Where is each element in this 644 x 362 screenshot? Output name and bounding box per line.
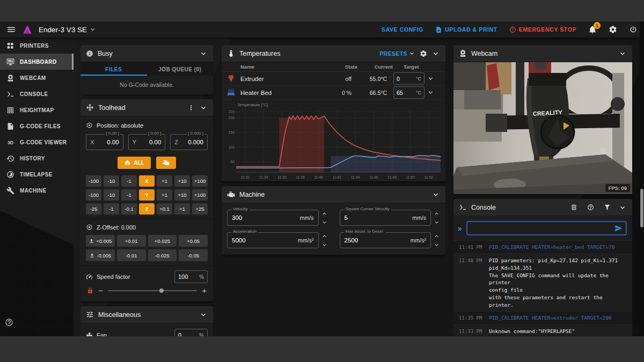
emergency-stop-button[interactable]: EMERGENCY STOP [509,26,576,33]
console-log[interactable]: 11:41 PMPID_CALIBRATE HEATER=heater_bed … [453,240,632,336]
tab-files[interactable]: FILES [80,62,147,76]
home-y-button[interactable]: Y [139,189,155,201]
y-position-field[interactable]: [ 0.00 ]Y0.00 [128,134,166,150]
home-x-button[interactable]: X [139,175,155,187]
jog-z--0.1[interactable]: -0.1 [121,203,137,215]
home-z-button[interactable]: Z [139,203,155,215]
sidebar-item-heightmap[interactable]: HEIGHTMAP [0,102,74,118]
console-help-button[interactable] [587,204,594,211]
sidebar-item-timelapse[interactable]: TIMELAPSE [0,166,74,182]
jog-x-+1[interactable]: +1 [157,175,172,187]
collapse-toolhead-button[interactable] [199,104,208,112]
collapse-webcam-button[interactable] [618,49,627,58]
sidebar-item-webcam[interactable]: WEBCAM [0,70,74,86]
z-offset-up-0.05[interactable]: +0.05 [179,235,208,247]
speed-factor-field[interactable]: 100% [174,270,208,283]
extruder-target-field[interactable]: 0°C [393,72,425,85]
increment-button[interactable] [321,210,328,217]
sidebar-item-printers[interactable]: PRINTERS [0,38,74,54]
jog-x--10[interactable]: -10 [104,175,119,187]
page-scrollbar[interactable] [640,21,644,336]
jog-z-+0.1[interactable]: +0.1 [157,203,172,215]
jog-x--100[interactable]: -100 [86,175,101,187]
jog-z--25[interactable]: -25 [86,203,101,215]
increment-button[interactable] [433,233,440,240]
hamburger-menu-icon[interactable] [6,25,16,34]
z-offset-up-0.025[interactable]: +0.025 [148,235,177,247]
decrement-button[interactable] [433,219,440,226]
motors-off-button[interactable] [156,157,176,169]
fan-speed-field[interactable]: 0% [174,329,208,336]
clear-console-button[interactable] [570,204,577,211]
sidebar-item-machine[interactable]: MACHINE [0,182,74,198]
collapse-busy-button[interactable] [199,49,208,58]
sidebar-item-dashboard[interactable]: DASHBOARD [0,54,74,70]
jog-y--1[interactable]: -1 [121,189,137,201]
panel-title-miscellaneous: Miscellaneous [98,311,141,319]
toolhead-menu-button[interactable] [187,104,195,112]
sidebar-item-history[interactable]: HISTORY [0,150,74,166]
z-offset-down-0.025[interactable]: -0.025 [148,249,177,261]
collapse-console-button[interactable] [618,203,627,212]
presets-dropdown[interactable]: PRESETS [379,50,415,57]
increment-button[interactable] [433,210,440,217]
z-offset-down-0.005[interactable]: -0.005 [86,249,115,261]
z-offset-down-0.01[interactable]: -0.01 [117,249,146,261]
save-config-button[interactable]: SAVE CONFIG [382,26,423,33]
tab-job-queue[interactable]: JOB QUEUE (0) [147,62,214,76]
jog-y-+100[interactable]: +100 [192,189,208,201]
jog-z-+25[interactable]: +25 [192,203,208,215]
help-button[interactable] [5,318,13,327]
send-icon[interactable] [614,224,623,232]
max-accel-to-decel-input[interactable]: Max Accel. to Decel.2500mm/s² [340,232,431,248]
heater-bed-target-dropdown[interactable] [427,88,435,97]
heater-bed-target-field[interactable]: 65°C [393,86,425,99]
sidebar-item-gcode-files[interactable]: G-CODE FILES [0,118,74,134]
square-corner-velocity-input[interactable]: Square Corner Velocity5mm/s [340,210,431,226]
panel-title-busy: Busy [98,50,113,57]
upload-print-button[interactable]: UPLOAD & PRINT [435,26,497,33]
speed-slider-track[interactable] [108,290,197,291]
notifications-button[interactable]: 1 [588,25,597,34]
velocity-input[interactable]: Velocity300mm/s [227,210,319,226]
increment-button[interactable] [321,233,328,240]
temperature-chart[interactable]: 11:3211:3411:3611:3811:4011:4211:4411:46… [222,101,445,181]
z-offset-down-0.05[interactable]: -0.05 [179,249,208,261]
jog-y-+1[interactable]: +1 [157,189,172,201]
collapse-machine-button[interactable] [431,190,440,199]
speed-slider-thumb[interactable] [159,289,164,293]
printer-name[interactable]: Ender-3 V3 SE [39,26,97,34]
jog-z-+1[interactable]: +1 [174,203,190,215]
speed-minus-button[interactable]: − [98,288,103,293]
jog-y--10[interactable]: -10 [104,189,119,201]
decrement-button[interactable] [321,241,328,248]
webcam-icon [6,74,14,82]
jog-x--1[interactable]: -1 [121,175,137,187]
temperatures-settings-button[interactable] [420,50,427,57]
z-offset-up-0.005[interactable]: +0.005 [86,235,115,247]
console-filter-button[interactable] [604,204,611,211]
decrement-button[interactable] [321,219,328,226]
jog-x-+100[interactable]: +100 [192,175,208,187]
decrement-button[interactable] [433,241,440,248]
home-all-button[interactable]: ALL [118,157,150,169]
extruder-target-dropdown[interactable] [427,75,435,83]
z-offset-up-0.01[interactable]: +0.01 [117,235,146,247]
sidebar-item-console[interactable]: CONSOLE [0,86,74,102]
collapse-misc-button[interactable] [199,311,208,319]
lock-icon[interactable] [87,287,93,294]
console-input[interactable] [471,225,614,231]
speed-plus-button[interactable]: + [202,288,207,293]
z-position-field[interactable]: [ 0.000 ]Z0.000 [170,134,208,150]
scrollbar-thumb[interactable] [640,189,643,227]
settings-button[interactable] [609,25,617,34]
jog-z--1[interactable]: -1 [104,203,119,215]
jog-x-+10[interactable]: +10 [174,175,190,187]
jog-y--100[interactable]: -100 [86,189,101,201]
acceleration-input[interactable]: Acceleration5000mm/s² [227,232,319,248]
sidebar-item-gcode-viewer[interactable]: G-CODE VIEWER [0,134,74,150]
collapse-temperatures-button[interactable] [431,49,440,58]
power-button[interactable] [629,25,638,34]
jog-y-+10[interactable]: +10 [174,189,190,201]
x-position-field[interactable]: [ 0.00 ]X0.00 [86,134,123,150]
